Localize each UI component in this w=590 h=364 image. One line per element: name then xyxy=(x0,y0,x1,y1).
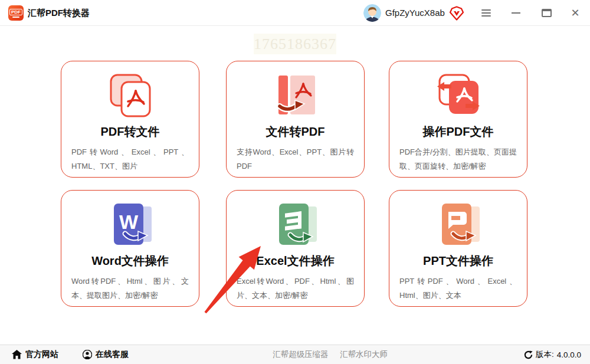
card-desc: PPT转PDF、Word、Excel、Html、图片、文本 xyxy=(389,274,527,303)
card-desc: Word转PDF、Html、图片、文本、提取图片、加密/解密 xyxy=(61,274,199,303)
card-title: PDF转文件 xyxy=(101,124,160,140)
version-info: 版本: 4.0.0.0 xyxy=(524,345,581,364)
close-button[interactable]: ✕ xyxy=(565,0,586,26)
card-desc: Excel转Word、PDF、Html、图片、文本、加密/解密 xyxy=(227,274,364,303)
svg-text:W: W xyxy=(119,211,138,233)
person-icon xyxy=(83,350,92,359)
super-compressor-link[interactable]: 汇帮超级压缩器 xyxy=(273,345,329,364)
card-ppt-ops[interactable]: PPT文件操作 PPT转PDF、Word、Excel、Html、图片、文本 xyxy=(389,190,527,307)
version-value: 4.0.0.0 xyxy=(557,350,581,359)
card-desc: PDF转Word、Excel、PPT、HTML、TXT、图片 xyxy=(61,145,199,173)
close-icon: ✕ xyxy=(571,8,579,18)
card-title: PPT文件操作 xyxy=(423,253,493,269)
maximize-button[interactable] xyxy=(536,0,557,26)
official-site-label: 官方网站 xyxy=(25,349,58,360)
app-window: PDF 汇帮PDF转换器 GfpZyYucX8ab xyxy=(0,0,590,364)
card-file-to-pdf[interactable]: 文件转PDF 支持Word、Excel、PPT、图片转PDF xyxy=(226,61,365,178)
id-watermark: 1765186367 xyxy=(254,34,336,54)
home-icon xyxy=(12,350,22,359)
title-bar: PDF 汇帮PDF转换器 GfpZyYucX8ab xyxy=(0,0,590,26)
app-title: 汇帮PDF转换器 xyxy=(28,0,90,26)
card-excel-ops[interactable]: Excel文件操作 Excel转Word、PDF、Html、图片、文本、加密/解… xyxy=(226,190,365,307)
version-label: 版本: xyxy=(536,349,554,360)
official-site-link[interactable]: 官方网站 xyxy=(12,345,58,364)
operate-pdf-icon xyxy=(432,73,485,118)
minimize-button[interactable] xyxy=(505,0,526,26)
refresh-icon[interactable] xyxy=(524,350,533,359)
file-to-pdf-icon xyxy=(269,73,322,118)
app-logo-icon: PDF xyxy=(8,5,24,21)
online-service-label: 在线客服 xyxy=(96,349,129,360)
card-operate-pdf[interactable]: 操作PDF文件 PDF合并/分割、图片提取、页面提取、页面旋转、加密/解密 xyxy=(389,61,527,178)
card-title: 文件转PDF xyxy=(266,124,325,140)
card-title: 操作PDF文件 xyxy=(423,124,494,140)
watermark-master-link[interactable]: 汇帮水印大师 xyxy=(340,345,388,364)
card-title: Excel文件操作 xyxy=(256,253,334,269)
card-word-ops[interactable]: W Word文件操作 Word转PDF、Html、图片、文本、提取图片、加密/解… xyxy=(61,190,199,307)
minimize-icon xyxy=(512,12,520,14)
hamburger-icon xyxy=(481,8,491,18)
card-pdf-to-file[interactable]: PDF转文件 PDF转Word、Excel、PPT、HTML、TXT、图片 xyxy=(61,61,199,178)
maximize-icon xyxy=(542,9,552,17)
footer-bar: 官方网站 在线客服 汇帮超级压缩器 汇帮水印大师 版本: 4.0.0.0 xyxy=(0,345,590,364)
card-desc: PDF合并/分割、图片提取、页面提取、页面旋转、加密/解密 xyxy=(389,145,527,173)
online-service-link[interactable]: 在线客服 xyxy=(83,345,129,364)
annotation-arrow xyxy=(0,0,590,364)
username-label[interactable]: GfpZyYucX8ab xyxy=(385,0,445,26)
avatar-icon xyxy=(363,4,381,22)
vip-badge-icon[interactable] xyxy=(449,6,464,21)
pdf-to-file-icon xyxy=(104,73,157,118)
menu-button[interactable] xyxy=(476,0,497,26)
user-avatar[interactable] xyxy=(363,4,381,22)
app-logo-text: PDF xyxy=(9,9,22,15)
card-title: Word文件操作 xyxy=(91,253,169,269)
card-desc: 支持Word、Excel、PPT、图片转PDF xyxy=(227,145,364,173)
ppt-ops-icon xyxy=(432,202,485,247)
word-ops-icon: W xyxy=(104,202,157,247)
excel-ops-icon xyxy=(269,202,322,247)
